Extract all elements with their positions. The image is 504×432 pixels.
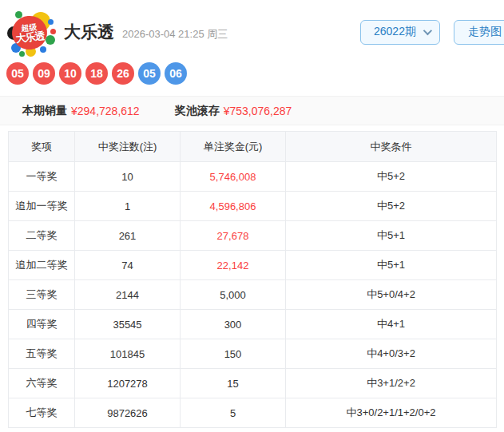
cell-condition: 中5+0/4+2 (286, 280, 497, 310)
cell-condition: 中5+2 (286, 162, 497, 192)
cell-prize: 追加一等奖 (9, 192, 75, 221)
cell-count: 1207278 (75, 369, 181, 398)
cell-count: 9872626 (75, 398, 181, 428)
logo-line2: 大乐透 (15, 30, 45, 45)
table-row: 四等奖35545300中4+1 (9, 310, 497, 339)
cell-amount: 22,142 (181, 251, 286, 280)
table-row: 五等奖101845150中4+0/3+2 (9, 339, 497, 369)
balls-row: 05091018260506 (0, 62, 504, 85)
cell-prize: 六等奖 (9, 369, 75, 398)
cell-prize: 七等奖 (9, 398, 75, 428)
cell-condition: 中5+1 (286, 221, 497, 251)
logo-dot-icon (40, 46, 46, 53)
back-ball: 05 (138, 62, 161, 85)
trend-button-label: 走势图 (468, 25, 502, 39)
logo-dot-icon (46, 35, 55, 45)
cell-amount: 5,000 (181, 280, 286, 310)
header-controls: 26022期 走势图 (360, 20, 504, 45)
sales-value: ¥294,728,612 (71, 105, 140, 117)
table-header-row: 奖项 中奖注数(注) 单注奖金(元) 中奖条件 (9, 132, 497, 162)
pool-label: 奖池滚存 (175, 104, 220, 118)
cell-count: 2144 (75, 280, 181, 310)
cell-amount: 5,746,008 (181, 162, 286, 192)
prize-table: 奖项 中奖注数(注) 单注奖金(元) 中奖条件 一等奖105,746,008中5… (8, 131, 497, 428)
sales-label: 本期销量 (22, 104, 67, 118)
col-header-count: 中奖注数(注) (75, 132, 181, 162)
cell-count: 10 (75, 162, 181, 192)
cell-condition: 中4+0/3+2 (286, 339, 497, 369)
cell-condition: 中3+0/2+1/1+2/0+2 (286, 398, 497, 428)
cell-count: 35545 (75, 310, 181, 339)
cell-condition: 中3+1/2+2 (286, 369, 497, 398)
draw-datetime: 2026-03-04 21:25 周三 (122, 27, 228, 42)
chevron-down-icon (423, 26, 432, 35)
col-header-condition: 中奖条件 (286, 132, 497, 162)
cell-condition: 中5+1 (286, 251, 497, 280)
pool-amount-pair: 奖池滚存 ¥753,076,287 (175, 104, 292, 118)
cell-amount: 15 (181, 369, 286, 398)
front-ball: 10 (59, 62, 81, 85)
cell-prize: 五等奖 (9, 339, 75, 369)
sales-bar: 本期销量 ¥294,728,612 奖池滚存 ¥753,076,287 (0, 96, 504, 125)
col-header-amount: 单注奖金(元) (181, 132, 286, 162)
cell-amount: 27,678 (181, 221, 286, 251)
logo-dot-icon (48, 19, 54, 25)
cell-prize: 追加二等奖 (9, 251, 75, 280)
pool-value: ¥753,076,287 (224, 105, 292, 117)
cell-amount: 5 (181, 398, 286, 428)
issue-select-value: 26022期 (374, 25, 416, 39)
cell-count: 261 (75, 221, 181, 251)
logo-dot-icon (19, 51, 25, 57)
front-ball: 26 (112, 62, 134, 85)
table-row: 二等奖26127,678中5+1 (9, 221, 497, 251)
cell-amount: 4,596,806 (181, 192, 286, 221)
logo-dot-icon (50, 29, 56, 34)
cell-prize: 一等奖 (9, 162, 75, 192)
front-ball: 09 (33, 62, 55, 85)
table-row: 追加一等奖14,596,806中5+2 (9, 192, 497, 221)
prize-table-body: 一等奖105,746,008中5+2追加一等奖14,596,806中5+2二等奖… (9, 162, 497, 428)
table-row: 三等奖21445,000中5+0/4+2 (9, 280, 497, 310)
title-group: 大乐透 2026-03-04 21:25 周三 (64, 21, 228, 43)
front-ball: 05 (6, 62, 29, 85)
sales-amount-pair: 本期销量 ¥294,728,612 (22, 104, 140, 118)
page-header: 超级 大乐透 大乐透 2026-03-04 21:25 周三 26022期 走势… (0, 0, 504, 56)
col-header-prize: 奖项 (9, 132, 75, 162)
table-row: 追加二等奖7422,142中5+1 (9, 251, 497, 280)
back-ball: 06 (165, 62, 187, 85)
cell-count: 101845 (75, 339, 181, 369)
table-row: 六等奖120727815中3+1/2+2 (9, 369, 497, 398)
cell-count: 1 (75, 192, 181, 221)
table-row: 一等奖105,746,008中5+2 (9, 162, 497, 192)
cell-count: 74 (75, 251, 181, 280)
cell-amount: 300 (181, 310, 286, 339)
table-row: 七等奖98726265中3+0/2+1/1+2/0+2 (9, 398, 497, 428)
cell-condition: 中5+2 (286, 192, 497, 221)
cell-condition: 中4+1 (286, 310, 497, 339)
cell-prize: 三等奖 (9, 280, 75, 310)
trend-chart-button[interactable]: 走势图 (454, 20, 504, 45)
cell-prize: 二等奖 (9, 221, 75, 251)
page-title: 大乐透 (64, 21, 114, 43)
super-lotto-logo: 超级 大乐透 (8, 10, 53, 54)
cell-amount: 150 (181, 339, 286, 369)
front-ball: 18 (85, 62, 108, 85)
issue-select[interactable]: 26022期 (360, 20, 440, 45)
cell-prize: 四等奖 (9, 310, 75, 339)
